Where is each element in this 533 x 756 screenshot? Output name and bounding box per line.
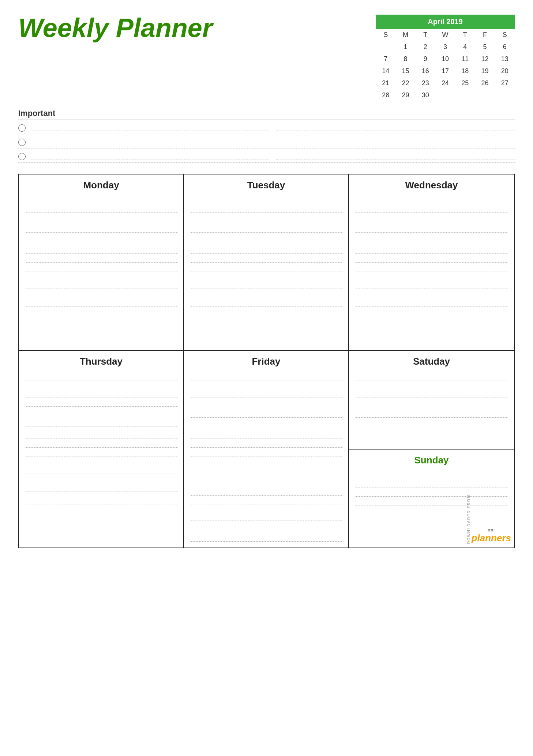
tuesday-line xyxy=(190,246,342,254)
friday-line xyxy=(190,390,342,398)
wednesday-line xyxy=(355,237,508,245)
week-grid-bottom: Thursday Friday xyxy=(18,350,515,548)
friday-line xyxy=(190,448,342,456)
cal-cell: 4 xyxy=(455,41,475,53)
sunday-label: Sunday xyxy=(355,455,508,466)
thursday-line xyxy=(25,440,177,448)
monday-line xyxy=(25,237,177,245)
important-item-2 xyxy=(18,136,515,148)
wednesday-line xyxy=(355,246,508,254)
calendar-table: S M T W T F S 1 2 3 4 5 6 xyxy=(376,29,515,101)
tuesday-line xyxy=(190,196,342,204)
friday-line xyxy=(190,496,342,504)
cal-cell: 13 xyxy=(495,53,515,65)
tuesday-line xyxy=(190,311,342,319)
tuesday-line xyxy=(190,237,342,245)
wednesday-line xyxy=(355,299,508,307)
friday-line xyxy=(190,512,342,520)
cal-cell: 5 xyxy=(475,41,495,53)
calendar-month: April 2019 xyxy=(376,15,515,29)
tuesday-line xyxy=(190,225,342,233)
monday-line xyxy=(25,281,177,289)
tuesday-line xyxy=(190,320,342,328)
thursday-line xyxy=(25,484,177,492)
thursday-line xyxy=(25,399,177,407)
tuesday-cell: Tuesday xyxy=(184,174,349,350)
cal-cell: 15 xyxy=(395,65,415,77)
cal-cell: 7 xyxy=(376,53,395,65)
checkbox-circle-2[interactable] xyxy=(18,139,26,146)
cal-day-header-t2: T xyxy=(455,29,475,41)
thursday-line xyxy=(25,390,177,398)
saturday-line xyxy=(355,381,508,389)
cal-cell: 28 xyxy=(376,89,395,101)
tuesday-line xyxy=(190,272,342,280)
cal-day-header-s1: S xyxy=(376,29,395,41)
wednesday-line xyxy=(355,255,508,263)
monday-line xyxy=(25,320,177,328)
watermark-downloaded-text: DOWNLOADED FROM xyxy=(467,494,471,544)
wednesday-line xyxy=(355,320,508,328)
monday-line xyxy=(25,272,177,280)
wednesday-cell: Wednesday xyxy=(349,174,514,350)
cal-week-4: 21 22 23 24 25 26 27 xyxy=(376,77,515,89)
sunday-section: Sunday DOWNLOADED FROM on: planners xyxy=(349,450,514,548)
checkbox-circle-3[interactable] xyxy=(18,153,26,160)
checkbox-circle-1[interactable] xyxy=(18,124,26,132)
page-header: Weekly Planner April 2019 S M T W T F S … xyxy=(18,15,515,101)
watermark: DOWNLOADED FROM on: planners xyxy=(467,494,511,544)
wednesday-line xyxy=(355,281,508,289)
wednesday-line xyxy=(355,272,508,280)
cal-week-3: 14 15 16 17 18 19 20 xyxy=(376,65,515,77)
cal-cell: 29 xyxy=(395,89,415,101)
friday-line xyxy=(190,372,342,380)
monday-line xyxy=(25,299,177,307)
friday-label: Friday xyxy=(190,356,342,367)
wednesday-line xyxy=(355,311,508,319)
cal-cell: 14 xyxy=(376,65,395,77)
friday-line xyxy=(190,534,342,542)
saturday-label: Satuday xyxy=(355,356,508,367)
cal-cell: 3 xyxy=(435,41,455,53)
cal-week-5: 28 29 30 xyxy=(376,89,515,101)
cal-cell: 16 xyxy=(416,65,435,77)
monday-cell: Monday xyxy=(19,174,184,350)
important-item-3 xyxy=(18,151,515,163)
cal-cell: 17 xyxy=(435,65,455,77)
cal-cell: 8 xyxy=(395,53,415,65)
thursday-line xyxy=(25,466,177,474)
monday-line xyxy=(25,246,177,254)
friday-line xyxy=(190,457,342,465)
cal-cell: 25 xyxy=(455,77,475,89)
monday-line xyxy=(25,196,177,204)
important-item-1 xyxy=(18,122,515,134)
cal-cell xyxy=(495,89,515,101)
friday-line xyxy=(190,431,342,439)
cal-day-header-s2: S xyxy=(495,29,515,41)
thursday-line xyxy=(25,431,177,439)
thursday-cell: Thursday xyxy=(19,351,184,548)
thursday-line xyxy=(25,521,177,529)
cal-cell: 22 xyxy=(395,77,415,89)
cal-cell: 1 xyxy=(395,41,415,53)
wednesday-line xyxy=(355,225,508,233)
friday-line xyxy=(190,521,342,529)
cal-cell: 27 xyxy=(495,77,515,89)
cal-week-2: 7 8 9 10 11 12 13 xyxy=(376,53,515,65)
cal-cell: 10 xyxy=(435,53,455,65)
friday-line xyxy=(190,381,342,389)
cal-day-header-m: M xyxy=(395,29,415,41)
thursday-line xyxy=(25,505,177,513)
cal-day-header-f: F xyxy=(475,29,495,41)
wednesday-line xyxy=(355,263,508,271)
friday-cell: Friday xyxy=(184,351,349,548)
monday-line xyxy=(25,255,177,263)
friday-line xyxy=(190,410,342,418)
cal-cell: 26 xyxy=(475,77,495,89)
cal-cell: 18 xyxy=(455,65,475,77)
tuesday-label: Tuesday xyxy=(190,180,342,191)
cal-cell: 24 xyxy=(435,77,455,89)
thursday-line xyxy=(25,457,177,465)
tuesday-line xyxy=(190,255,342,263)
saturday-line xyxy=(355,410,508,418)
